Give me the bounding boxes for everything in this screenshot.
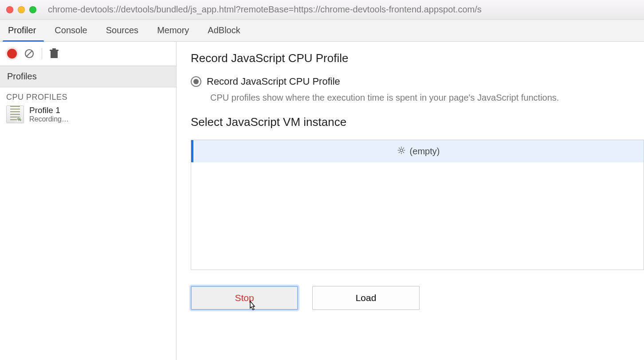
svg-line-10 (399, 148, 400, 149)
toolbar-separator (42, 48, 42, 59)
icon-badge: % (17, 117, 22, 122)
svg-line-13 (403, 148, 404, 149)
load-button[interactable]: Load (312, 286, 420, 310)
vm-instance-label: (empty) (410, 146, 440, 157)
load-button-label: Load (356, 293, 377, 303)
svg-rect-2 (51, 51, 58, 58)
profiles-header: Profiles (0, 66, 176, 87)
content-heading: Record JavaScript CPU Profile (191, 51, 644, 65)
profiler-sidebar: Profiles CPU PROFILES % Profile 1 Record… (0, 42, 177, 360)
svg-point-5 (400, 149, 403, 152)
gear-icon (397, 146, 405, 157)
profile-title: Profile 1 (29, 106, 69, 115)
stop-button-label: Stop (235, 293, 254, 303)
profile-item[interactable]: % Profile 1 Recording… (0, 105, 176, 124)
profiles-header-label: Profiles (7, 71, 37, 82)
profile-status: Recording… (29, 115, 69, 123)
trash-icon[interactable] (49, 48, 59, 59)
maximize-window-button[interactable] (29, 6, 36, 13)
svg-line-12 (399, 152, 400, 153)
window-url: chrome-devtools://devtools/bundled/js_ap… (48, 4, 482, 15)
tab-sources[interactable]: Sources (98, 20, 149, 41)
svg-rect-4 (52, 48, 56, 50)
devtools-tabstrip: Profiler Console Sources Memory AdBlock (0, 20, 644, 42)
record-button[interactable] (7, 49, 17, 59)
vm-instance-list: (empty) (191, 140, 644, 270)
close-window-button[interactable] (6, 6, 13, 13)
tab-profiler[interactable]: Profiler (0, 20, 47, 41)
cpu-profiles-label: CPU PROFILES (0, 87, 176, 105)
sidebar-toolbar (0, 42, 176, 66)
svg-line-11 (403, 152, 404, 153)
clear-icon[interactable] (24, 48, 35, 59)
profile-item-text: Profile 1 Recording… (29, 106, 69, 123)
tab-console[interactable]: Console (47, 20, 98, 41)
tab-adblock[interactable]: AdBlock (200, 20, 251, 41)
radio-icon (191, 76, 201, 87)
stop-button[interactable]: Stop (191, 286, 298, 310)
tab-label: Sources (106, 25, 138, 35)
tab-memory[interactable]: Memory (149, 20, 200, 41)
tab-label: Memory (157, 25, 189, 35)
action-buttons: Stop Load (191, 286, 644, 319)
window-titlebar: chrome-devtools://devtools/bundled/js_ap… (0, 0, 644, 20)
svg-rect-3 (50, 50, 59, 51)
spreadsheet-icon: % (6, 106, 24, 123)
vm-heading: Select JavaScript VM instance (191, 115, 644, 129)
svg-line-1 (27, 51, 32, 56)
radio-description: CPU profiles show where the execution ti… (210, 93, 644, 103)
vm-instance-item[interactable]: (empty) (191, 140, 644, 162)
tab-label: Profiler (8, 25, 36, 35)
radio-label: Record JavaScript CPU Profile (207, 76, 340, 87)
tab-label: Console (55, 25, 87, 35)
tab-label: AdBlock (208, 25, 240, 35)
profile-type-radio[interactable]: Record JavaScript CPU Profile (191, 76, 644, 87)
minimize-window-button[interactable] (18, 6, 25, 13)
profiler-content: Record JavaScript CPU Profile Record Jav… (177, 42, 644, 360)
traffic-lights (6, 6, 36, 13)
